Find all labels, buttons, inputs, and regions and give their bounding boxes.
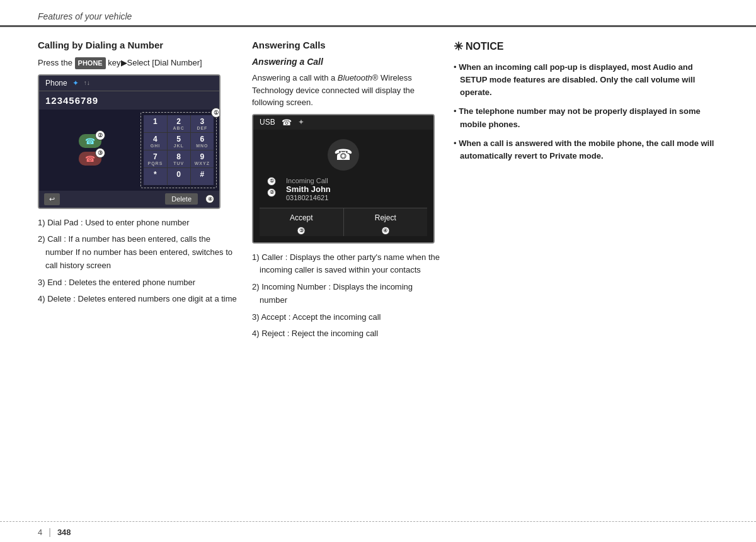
dial-key-6[interactable]: 6MNO	[191, 133, 214, 150]
phone-bottom-bar: ↩ Delete ④	[39, 191, 219, 208]
footer-page-number: 348	[57, 528, 71, 537]
phone-number-display: 123456789	[39, 91, 219, 110]
dial-key-0[interactable]: 0	[168, 168, 190, 185]
dialpad-area: ☎ ② ☎ ③ ①	[39, 110, 219, 191]
dial-key-5[interactable]: 5JKL	[168, 133, 190, 150]
incoming-label: Incoming Call	[286, 177, 408, 184]
badge-4: ④	[205, 195, 214, 203]
mid-desc-1: 1) Caller : Displays the other party's n…	[252, 251, 441, 278]
mid-desc-4: 4) Reject : Reject the incoming call	[252, 327, 441, 341]
caller-number: 03180214621	[286, 194, 408, 201]
notice-list: When an incoming call pop-up is displaye…	[454, 61, 718, 162]
main-content: Calling by Dialing a Number Press the PH…	[0, 27, 756, 357]
footer-separator: |	[49, 527, 51, 537]
accept-button[interactable]: Accept ③	[260, 208, 344, 236]
left-desc-4: 4) Delete : Deletes entered numbers one …	[38, 293, 239, 306]
page-header: Features of your vehicle	[0, 0, 756, 27]
page-footer: 4 | 348	[0, 521, 756, 542]
notice-title: ✳ NOTICE	[454, 40, 718, 54]
left-column: Calling by Dialing a Number Press the PH…	[38, 40, 252, 344]
intro-text-2: key▶Select [Dial Number]	[108, 58, 202, 67]
left-desc-3: 3) End : Deletes the entered phone numbe…	[38, 276, 239, 290]
dial-key-4[interactable]: 4GHI	[144, 133, 166, 150]
badge-2: ②	[95, 130, 105, 140]
call-info: ① Incoming Call ② Smith John 03180214621	[260, 177, 427, 201]
notice-item-2: The telephone number may not be properly…	[454, 105, 718, 130]
dialpad-grid[interactable]: 1 2ABC 3DEF 4GHI 5JKL 6MNO 7PQRS 8TUV 9W…	[144, 115, 214, 185]
dial-key-9[interactable]: 9WXYZ	[191, 150, 214, 167]
delete-button[interactable]: Delete	[165, 193, 198, 205]
right-column: ✳ NOTICE When an incoming call pop-up is…	[454, 40, 718, 344]
phone-ring-icon: ☎	[334, 146, 353, 164]
left-section-title: Calling by Dialing a Number	[38, 40, 239, 50]
usb-screen-mockup: USB ☎ ✦ ☎ ① Incoming Call ② Smith John 0…	[252, 114, 435, 244]
dial-key-7[interactable]: 7PQRS	[144, 150, 166, 167]
notice-heading: NOTICE	[466, 41, 503, 52]
reject-button[interactable]: Reject ④	[344, 208, 428, 236]
mid-intro: Answering a call with a Bluetooth® Wirel…	[252, 72, 441, 109]
usb-body: ☎ ① Incoming Call ② Smith John 031802146…	[253, 130, 433, 242]
badge-1: ①	[211, 108, 220, 118]
call-status-icon: ☎	[282, 118, 292, 127]
footer-section-number: 4	[38, 528, 42, 537]
dial-key-2[interactable]: 2ABC	[168, 115, 190, 132]
phone-key-badge: PHONE	[75, 57, 106, 69]
usb-label: USB	[260, 118, 275, 127]
dial-key-8[interactable]: 8TUV	[168, 150, 190, 167]
badge-3: ③	[95, 148, 105, 158]
back-button[interactable]: ↩	[44, 193, 60, 205]
usb-buttons: Accept ③ Reject ④	[260, 208, 427, 236]
mid-desc-list: 1) Caller : Displays the other party's n…	[252, 251, 441, 341]
accept-badge: ③	[297, 227, 306, 235]
left-desc-1: 1) Dial Pad : Used to enter phone number	[38, 217, 239, 230]
dial-key-hash[interactable]: #	[191, 168, 214, 185]
left-desc-list: 1) Dial Pad : Used to enter phone number…	[38, 217, 239, 307]
call-end-buttons: ☎ ② ☎ ③	[42, 112, 138, 188]
intro-paragraph: Press the PHONE key▶Select [Dial Number]	[38, 57, 239, 69]
caller-name: Smith John	[286, 184, 408, 194]
mid-section-title: Answering Calls	[252, 40, 441, 50]
header-title: Features of your vehicle	[38, 11, 132, 21]
dial-key-3[interactable]: 3DEF	[191, 115, 214, 132]
signal-icon: ↑↓	[84, 79, 90, 86]
phone-label: Phone	[45, 79, 67, 88]
phone-screen-mockup: Phone ✦ ↑↓ 123456789 ☎ ②	[38, 74, 220, 209]
call-circle-icon: ☎	[328, 139, 359, 171]
dial-key-star[interactable]: *	[144, 168, 166, 185]
dial-key-1[interactable]: 1	[144, 115, 166, 132]
usb-top-bar: USB ☎ ✦	[253, 115, 433, 130]
notice-item-3: When a call is answered with the mobile …	[454, 137, 718, 162]
mid-desc-3: 3) Accept : Accept the incoming call	[252, 311, 441, 324]
dialpad-grid-container: ① 1 2ABC 3DEF 4GHI 5JKL 6MNO 7PQRS 8TUV …	[140, 112, 217, 188]
mid-column: Answering Calls Answering a Call Answeri…	[252, 40, 454, 344]
usb-bt-icon: ✦	[298, 118, 304, 127]
bt-icon: ✦	[72, 79, 79, 88]
mid-desc-2: 2) Incoming Number : Displays the incomi…	[252, 281, 441, 307]
notice-asterisk: ✳	[454, 40, 463, 54]
call-badge-1: ①	[267, 177, 276, 186]
intro-text-1: Press the	[38, 58, 72, 67]
left-desc-2: 2) Call : If a number has been entered, …	[38, 233, 239, 272]
call-badge-2: ②	[267, 188, 276, 197]
notice-item-1: When an incoming call pop-up is displaye…	[454, 61, 718, 99]
reject-badge: ④	[381, 227, 389, 235]
phone-top-bar: Phone ✦ ↑↓	[39, 76, 219, 91]
mid-subsection-title: Answering a Call	[252, 57, 441, 67]
